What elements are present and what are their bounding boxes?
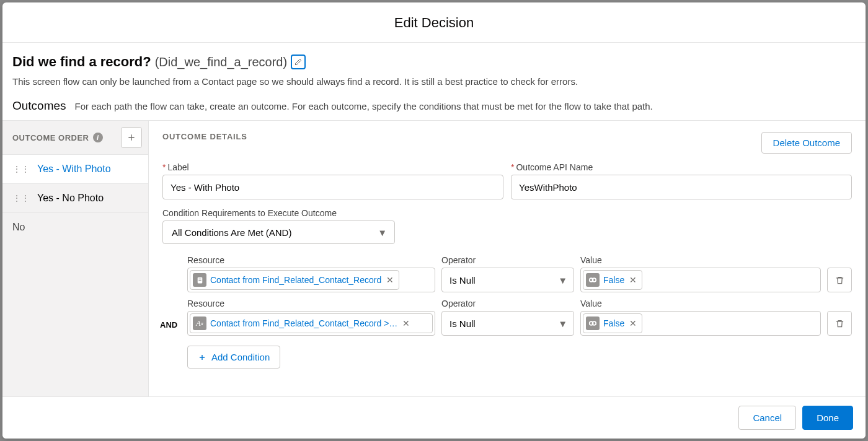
value-pill-text: False <box>603 275 624 285</box>
add-condition-button[interactable]: Add Condition <box>187 346 280 369</box>
condition-req-value: All Conditions Are Met (AND) <box>172 227 291 238</box>
details-header: OUTCOME DETAILS Delete Outcome <box>162 132 852 154</box>
record-icon <box>193 273 206 287</box>
sidebar-header-label: OUTCOME ORDER <box>12 133 89 142</box>
add-condition-label: Add Condition <box>211 352 270 362</box>
drag-handle-icon[interactable]: ⋮⋮ <box>12 164 30 174</box>
resource-pill-text: Contact from Find_Related_Contact_Record <box>210 275 381 285</box>
modal-footer: Cancel Done <box>2 396 866 439</box>
condition-req-dropdown[interactable]: All Conditions Are Met (AND) ▼ <box>162 220 395 244</box>
clear-icon[interactable]: ✕ <box>401 318 411 328</box>
svg-rect-1 <box>198 278 201 279</box>
delete-condition-button[interactable] <box>827 311 852 336</box>
info-icon[interactable]: i <box>93 133 103 142</box>
body-split: OUTCOME ORDER i ⋮⋮ Yes - With Photo ⋮⋮ Y… <box>2 120 866 396</box>
drag-handle-icon[interactable]: ⋮⋮ <box>12 193 30 203</box>
boolean-icon <box>586 273 600 287</box>
outcomes-heading: Outcomes <box>12 99 66 113</box>
resource-pill-text: Contact from Find_Related_Contact_Record… <box>210 318 397 328</box>
delete-outcome-button[interactable]: Delete Outcome <box>761 132 852 154</box>
value-pill: False ✕ <box>583 313 642 333</box>
trash-icon <box>835 276 844 285</box>
operator-label: Operator <box>441 299 574 308</box>
resource-label: Resource <box>187 299 435 308</box>
resource-input[interactable]: Aa Contact from Find_Related_Contact_Rec… <box>187 311 435 336</box>
clear-icon[interactable]: ✕ <box>628 275 638 285</box>
edit-decision-modal: Edit Decision Did we find a record? (Did… <box>2 2 866 439</box>
done-button[interactable]: Done <box>802 406 853 430</box>
add-outcome-button[interactable] <box>121 127 142 148</box>
decision-label: Did we find a record? <box>12 54 151 70</box>
svg-rect-2 <box>198 279 201 280</box>
operator-label: Operator <box>441 255 574 265</box>
text-field-icon: Aa <box>193 317 206 330</box>
api-name-label: Outcome API Name <box>511 162 852 172</box>
condition-req-label: Condition Requirements to Execute Outcom… <box>162 208 852 218</box>
boolean-icon <box>586 317 600 330</box>
operator-select[interactable]: Is Null ▼ <box>441 268 574 292</box>
condition-req-field: Condition Requirements to Execute Outcom… <box>162 208 852 244</box>
operator-value: Is Null <box>450 275 476 286</box>
edit-decision-button[interactable] <box>291 55 306 69</box>
chevron-down-icon: ▼ <box>378 227 387 238</box>
value-label: Value <box>580 299 821 308</box>
value-label: Value <box>580 255 821 265</box>
modal-title: Edit Decision <box>2 15 866 31</box>
info-section: Did we find a record? (Did_we_find_a_rec… <box>2 43 866 120</box>
sidebar-item-label: Yes - With Photo <box>37 164 111 175</box>
sidebar-item-yes-no-photo[interactable]: ⋮⋮ Yes - No Photo <box>2 184 148 213</box>
and-label: AND <box>160 320 177 330</box>
trash-icon <box>835 319 844 328</box>
outcome-order-sidebar: OUTCOME ORDER i ⋮⋮ Yes - With Photo ⋮⋮ Y… <box>2 121 149 396</box>
resource-input[interactable]: Contact from Find_Related_Contact_Record… <box>187 268 435 292</box>
cancel-button[interactable]: Cancel <box>738 406 796 430</box>
value-input[interactable]: False ✕ <box>580 268 821 292</box>
clear-icon[interactable]: ✕ <box>385 275 395 285</box>
operator-select[interactable]: Is Null ▼ <box>441 311 574 336</box>
conditions-container: Resource Contact from Find_Related_Conta… <box>162 255 852 369</box>
resource-label: Resource <box>187 255 435 265</box>
sidebar-item-label: Yes - No Photo <box>37 193 104 204</box>
chevron-down-icon: ▼ <box>558 318 567 329</box>
sidebar-default-outcome[interactable]: No <box>2 213 148 242</box>
modal-header: Edit Decision <box>2 2 866 43</box>
chevron-down-icon: ▼ <box>558 275 567 286</box>
operator-value: Is Null <box>450 318 476 329</box>
label-field-label: Label <box>162 162 503 172</box>
label-field: Label <box>162 162 503 199</box>
resource-pill: Aa Contact from Find_Related_Contact_Rec… <box>190 313 433 333</box>
label-input[interactable] <box>162 175 503 199</box>
value-input[interactable]: False ✕ <box>580 311 821 336</box>
decision-api-name: (Did_we_find_a_record) <box>155 55 287 69</box>
value-pill: False ✕ <box>583 270 642 290</box>
details-header-label: OUTCOME DETAILS <box>162 132 247 141</box>
sidebar-header: OUTCOME ORDER i <box>2 121 148 155</box>
decision-description: This screen flow can only be launched fr… <box>12 76 856 87</box>
sidebar-item-yes-with-photo[interactable]: ⋮⋮ Yes - With Photo <box>2 155 148 184</box>
value-pill-text: False <box>603 318 624 328</box>
label-api-row: Label Outcome API Name <box>162 162 852 199</box>
outcome-details-panel: OUTCOME DETAILS Delete Outcome Label Out… <box>149 121 866 396</box>
clear-icon[interactable]: ✕ <box>628 318 638 328</box>
api-name-input[interactable] <box>511 175 852 199</box>
outcomes-help-text: For each path the flow can take, create … <box>75 101 653 111</box>
pencil-icon <box>294 58 302 66</box>
plus-icon <box>198 353 206 362</box>
api-name-field: Outcome API Name <box>511 162 852 199</box>
decision-title-row: Did we find a record? (Did_we_find_a_rec… <box>12 54 856 70</box>
condition-row: Resource Contact from Find_Related_Conta… <box>187 255 852 292</box>
outcomes-header-row: Outcomes For each path the flow can take… <box>12 99 856 120</box>
resource-pill: Contact from Find_Related_Contact_Record… <box>190 270 399 290</box>
delete-condition-button[interactable] <box>827 268 852 292</box>
plus-icon <box>126 133 136 142</box>
condition-row: AND Resource Aa Contact from Find_Relate… <box>187 299 852 336</box>
